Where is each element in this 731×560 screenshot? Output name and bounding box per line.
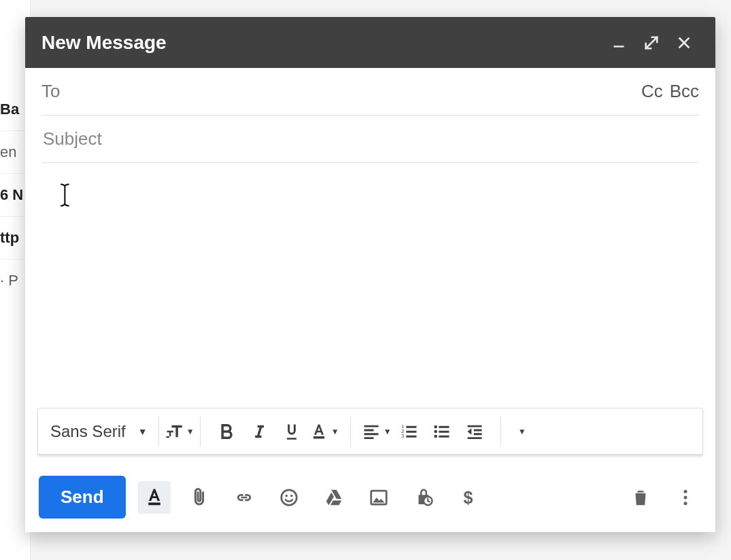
message-body[interactable] [25,163,715,408]
more-options-button[interactable] [669,481,702,514]
insert-money-button[interactable]: $ [452,481,485,514]
fullscreen-button[interactable] [636,28,666,58]
formatting-toolbar: Sans Serif ▼ ▼ ▼ [37,408,703,455]
chevron-down-icon: ▼ [186,427,194,436]
to-label: To [41,81,60,102]
svg-point-7 [434,434,437,438]
subject-field-row[interactable] [41,116,699,163]
insert-photo-button[interactable] [362,481,395,514]
to-input[interactable] [71,80,641,103]
svg-rect-8 [148,502,160,505]
titlebar: New Message [25,17,715,68]
svg-text:2: 2 [401,429,404,434]
compose-window: New Message To Cc Bcc [25,17,715,532]
bold-button[interactable] [211,417,241,447]
chevron-down-icon: ▼ [384,427,392,436]
confidential-mode-button[interactable] [407,481,440,514]
close-button[interactable] [669,28,699,58]
svg-point-10 [285,494,288,497]
chevron-down-icon: ▼ [138,426,148,437]
svg-point-9 [281,489,296,505]
italic-button[interactable] [244,417,274,447]
attach-file-button[interactable] [183,481,216,514]
cc-button[interactable]: Cc [641,81,663,102]
svg-point-15 [684,489,687,493]
action-row: Send $ [25,455,715,532]
discard-draft-button[interactable] [624,481,657,514]
font-size-button[interactable]: ▼ [165,417,194,447]
svg-point-16 [684,495,687,499]
svg-point-5 [434,425,437,428]
font-family-select[interactable]: Sans Serif ▼ [45,422,153,441]
insert-link-button[interactable] [228,481,260,514]
minimize-button[interactable] [604,28,634,58]
text-cursor-icon [59,183,71,209]
numbered-list-button[interactable]: 123 [394,417,424,447]
svg-point-11 [290,494,293,497]
svg-text:1: 1 [401,424,404,429]
chevron-down-icon: ▼ [518,427,526,436]
svg-point-6 [434,430,437,433]
indent-less-button[interactable] [460,417,490,447]
svg-point-17 [684,502,687,505]
bcc-button[interactable]: Bcc [670,81,699,102]
svg-text:$: $ [463,487,473,506]
text-color-button[interactable]: ▼ [309,417,339,447]
to-field-row[interactable]: To Cc Bcc [41,68,699,116]
formatting-options-button[interactable] [138,481,171,514]
align-button[interactable]: ▼ [362,417,392,447]
font-family-label: Sans Serif [50,422,126,441]
chevron-down-icon: ▼ [331,427,339,436]
send-button[interactable]: Send [39,476,126,519]
subject-input[interactable] [41,128,699,150]
more-formatting-button[interactable]: ▼ [507,417,537,447]
svg-text:3: 3 [401,434,404,438]
header-fields: To Cc Bcc [25,68,715,163]
bulleted-list-button[interactable] [427,417,457,447]
svg-rect-0 [614,46,624,48]
insert-emoji-button[interactable] [273,481,305,514]
underline-button[interactable] [277,417,307,447]
window-title: New Message [41,32,167,54]
svg-rect-1 [313,436,324,439]
insert-drive-button[interactable] [318,481,350,514]
